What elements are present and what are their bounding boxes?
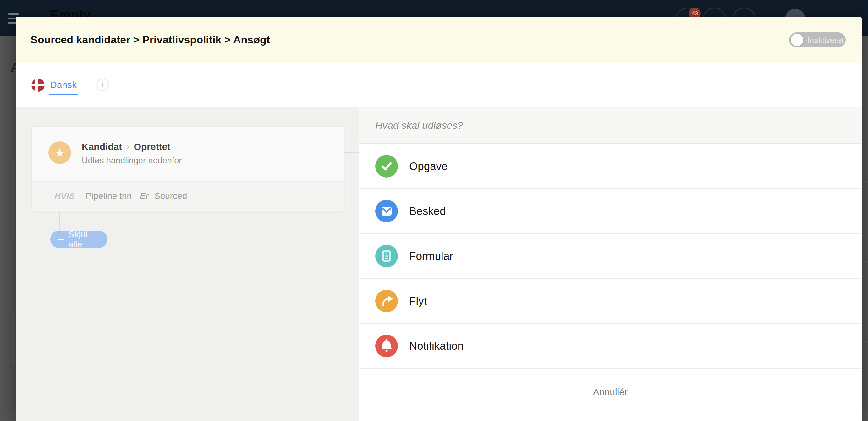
automation-editor-modal: Sourced kandidater > Privatlivspolitik >…: [16, 17, 862, 421]
collapse-all-label: Skjul alle: [68, 229, 100, 250]
minus-icon: [58, 239, 64, 240]
breadcrumb: Sourced kandidater > Privatlivspolitik >…: [30, 17, 270, 63]
action-option-formular[interactable]: Formular: [359, 234, 862, 279]
action-option-besked[interactable]: Besked: [359, 189, 862, 234]
language-bar: Dansk: [16, 63, 862, 107]
form-icon: [375, 245, 398, 267]
condition-field: Pipeline trin: [86, 191, 132, 201]
background-ghost-line: [13, 311, 14, 364]
connector-line-horizontal: [344, 152, 359, 153]
modal-header: Sourced kandidater > Privatlivspolitik >…: [16, 17, 862, 63]
action-option-label: Opgave: [409, 160, 448, 172]
trigger-title: Kandidat › Oprettet: [82, 141, 170, 152]
danish-flag-icon: [31, 78, 44, 92]
action-option-label: Besked: [409, 205, 446, 218]
trigger-subtitle: Udløs handlinger nedenfor: [82, 156, 182, 166]
modal-content: ★ Kandidat › Oprettet Udløs handlinger n…: [16, 107, 862, 421]
bell-icon: [375, 334, 398, 357]
action-picker-footer: Annullér: [359, 368, 862, 420]
trigger-card[interactable]: ★ Kandidat › Oprettet Udløs handlinger n…: [31, 126, 344, 212]
star-icon: ★: [49, 141, 71, 164]
background-row-line: [862, 261, 868, 262]
move-arrow-icon: [375, 290, 398, 312]
toggle-knob: [791, 34, 803, 46]
add-language-button[interactable]: [96, 78, 109, 91]
connector-line-vertical: [59, 212, 60, 231]
collapse-all-button[interactable]: Skjul alle: [50, 231, 107, 248]
condition-operator: Er: [140, 191, 149, 201]
trigger-event: Oprettet: [134, 141, 170, 152]
action-picker-panel: Hvad skal udløses? Opgave: [359, 107, 862, 421]
action-option-flyt[interactable]: Flyt: [359, 279, 862, 324]
trigger-card-top: ★ Kandidat › Oprettet Udløs handlinger n…: [32, 127, 344, 181]
screen: A Emply 43 Sourced kandidater > Privatli…: [0, 0, 868, 421]
condition-keyword: HVIS: [55, 191, 75, 201]
workflow-canvas: ★ Kandidat › Oprettet Udløs handlinger n…: [16, 107, 359, 421]
condition-value: Sourced: [154, 191, 187, 201]
toggle-label: Inaktiveret: [807, 32, 843, 47]
active-toggle[interactable]: Inaktiveret: [789, 32, 846, 47]
cancel-button[interactable]: Annullér: [593, 387, 628, 397]
action-option-label: Notifikation: [409, 339, 464, 352]
background-ghost-line: [13, 163, 14, 237]
envelope-icon: [375, 200, 398, 222]
action-picker-header: Hvad skal udløses?: [359, 107, 862, 144]
trigger-entity: Kandidat: [82, 141, 122, 152]
check-icon: [375, 155, 398, 177]
background-row-line: [862, 181, 868, 182]
language-tab-dansk[interactable]: Dansk: [49, 79, 78, 95]
action-option-label: Formular: [409, 250, 453, 262]
action-option-opgave[interactable]: Opgave: [359, 144, 862, 189]
action-option-label: Flyt: [409, 295, 427, 307]
background-row-line: [862, 341, 868, 342]
condition-row[interactable]: HVIS Pipeline trin Er Sourced: [32, 181, 344, 210]
action-option-notifikation[interactable]: Notifikation: [359, 324, 862, 368]
chevron-right-icon: ›: [126, 142, 129, 152]
action-picker-title: Hvad skal udløses?: [375, 107, 463, 143]
